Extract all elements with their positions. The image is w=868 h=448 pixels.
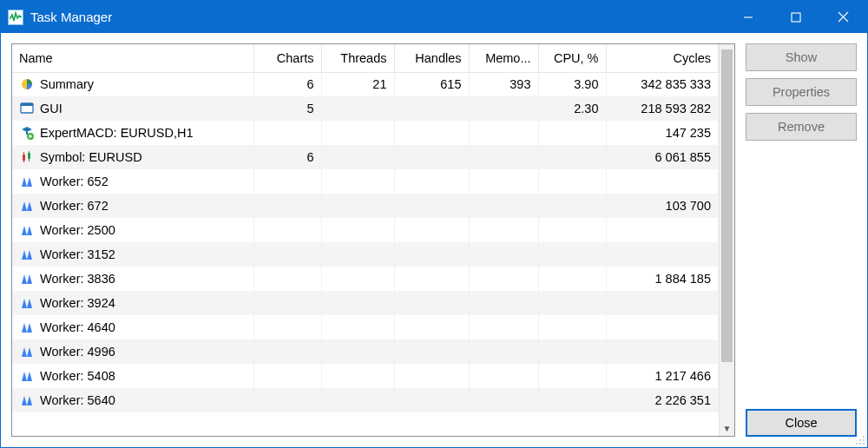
cell-handles	[394, 267, 469, 291]
table-row[interactable]: Worker: 3924	[12, 291, 719, 315]
row-name: ExpertMACD: EURUSD,H1	[40, 126, 193, 140]
cell-threads	[321, 388, 394, 412]
cell-threads: 21	[321, 72, 394, 96]
cell-cpu	[538, 145, 606, 169]
cell-memory: 393	[469, 72, 538, 96]
scroll-thumb[interactable]	[721, 49, 733, 362]
cell-memory	[469, 121, 538, 145]
worker-icon	[19, 320, 35, 335]
row-name: Worker: 3924	[40, 296, 115, 310]
table-row[interactable]: ExpertMACD: EURUSD,H1147 235	[12, 121, 719, 145]
cell-memory	[469, 315, 538, 339]
svg-point-17	[856, 443, 858, 445]
remove-button[interactable]: Remove	[746, 113, 857, 141]
cell-charts: 6	[253, 145, 321, 169]
scroll-down-arrow-icon[interactable]: ▼	[720, 420, 734, 436]
cell-charts	[253, 388, 321, 412]
row-name: GUI	[40, 102, 62, 115]
cell-cpu	[538, 169, 606, 194]
task-manager-window: Task Manager Name Charts	[0, 0, 868, 448]
cell-memory	[469, 388, 538, 412]
cell-cycles	[606, 291, 719, 315]
cell-cycles	[606, 339, 719, 364]
svg-rect-7	[26, 131, 28, 135]
svg-rect-1	[792, 13, 800, 22]
cell-memory	[469, 169, 538, 194]
cell-cpu	[538, 339, 606, 364]
row-name: Worker: 4640	[40, 320, 115, 334]
cell-handles	[394, 96, 469, 121]
row-name: Worker: 3836	[40, 272, 115, 286]
task-table: Name Charts Threads Handles Memo... CPU,…	[12, 44, 719, 412]
cell-cycles	[606, 218, 719, 242]
cell-charts	[253, 242, 321, 267]
cell-cycles	[606, 242, 719, 267]
row-name: Worker: 5640	[40, 393, 115, 407]
cell-charts	[253, 315, 321, 339]
maximize-button[interactable]	[772, 1, 819, 33]
table-row[interactable]: Worker: 4640	[12, 315, 719, 339]
cell-threads	[321, 364, 394, 388]
cell-handles	[394, 364, 469, 388]
vertical-scrollbar[interactable]: ▲ ▼	[719, 44, 734, 436]
table-row[interactable]: Worker: 2500	[12, 218, 719, 242]
cell-threads	[321, 218, 394, 242]
table-row[interactable]: Worker: 672103 700	[12, 194, 719, 218]
cell-cpu	[538, 218, 606, 242]
cell-handles	[394, 291, 469, 315]
col-name[interactable]: Name	[12, 44, 253, 72]
cell-cycles: 218 593 282	[606, 96, 719, 121]
cell-cycles: 147 235	[606, 121, 719, 145]
resize-grip-icon[interactable]	[855, 435, 865, 445]
table-row[interactable]: Worker: 54081 217 466	[12, 364, 719, 388]
cell-threads	[321, 145, 394, 169]
close-button[interactable]: Close	[746, 409, 857, 437]
cell-memory	[469, 194, 538, 218]
cell-memory	[469, 96, 538, 121]
worker-icon	[19, 198, 35, 214]
table-row[interactable]: Symbol: EURUSD66 061 855	[12, 145, 719, 169]
minimize-button[interactable]	[724, 1, 772, 33]
worker-icon	[19, 368, 35, 384]
col-cycles[interactable]: Cycles	[606, 44, 719, 72]
row-name: Worker: 2500	[40, 223, 115, 237]
cell-handles	[394, 218, 469, 242]
table-row[interactable]: Worker: 38361 884 185	[12, 267, 719, 291]
cell-charts: 5	[253, 96, 321, 121]
cell-cpu: 2.30	[538, 96, 606, 121]
col-charts[interactable]: Charts	[253, 44, 321, 72]
cell-cycles: 1 884 185	[606, 267, 719, 291]
worker-icon	[19, 247, 35, 262]
cell-cpu: 3.90	[538, 72, 606, 96]
svg-rect-6	[21, 103, 33, 106]
cell-cycles: 6 061 855	[606, 145, 719, 169]
col-memory[interactable]: Memo...	[469, 44, 538, 72]
cell-charts	[253, 218, 321, 242]
close-window-button[interactable]	[819, 1, 867, 33]
cell-charts	[253, 194, 321, 218]
table-row[interactable]: Worker: 652	[12, 169, 719, 194]
col-cpu[interactable]: CPU, %	[538, 44, 606, 72]
cell-memory	[469, 339, 538, 364]
cell-handles	[394, 315, 469, 339]
row-name: Worker: 652	[40, 175, 108, 188]
table-row[interactable]: Worker: 3152	[12, 242, 719, 267]
show-button[interactable]: Show	[746, 43, 857, 71]
cell-threads	[321, 315, 394, 339]
properties-button[interactable]: Properties	[746, 78, 857, 106]
cell-threads	[321, 339, 394, 364]
svg-point-14	[863, 436, 865, 438]
table-row[interactable]: GUI52.30218 593 282	[12, 96, 719, 121]
table-row[interactable]: Summary6216153933.90342 835 333	[12, 72, 719, 96]
row-name: Worker: 4996	[40, 345, 115, 359]
worker-icon	[19, 392, 35, 408]
cell-memory	[469, 291, 538, 315]
col-handles[interactable]: Handles	[394, 44, 469, 72]
col-threads[interactable]: Threads	[321, 44, 394, 72]
cell-threads	[321, 291, 394, 315]
cell-handles	[394, 388, 469, 412]
table-row[interactable]: Worker: 4996	[12, 339, 719, 364]
table-row[interactable]: Worker: 56402 226 351	[12, 388, 719, 412]
titlebar[interactable]: Task Manager	[1, 1, 867, 33]
cell-handles: 615	[394, 72, 469, 96]
